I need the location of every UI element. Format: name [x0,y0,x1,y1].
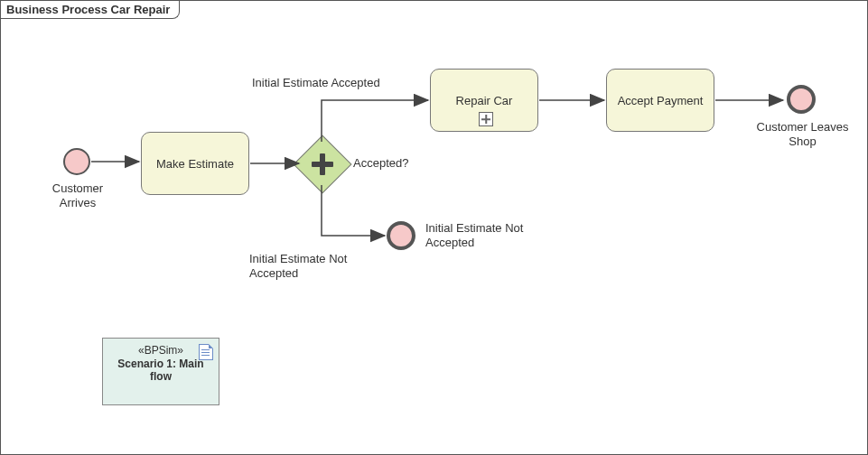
subprocess-marker-icon [479,112,493,126]
end-event-accepted-label: Customer Leaves Shop [755,120,850,150]
end-event-rejected-label: Initial Estimate Not Accepted [425,221,543,251]
task-label: Make Estimate [156,157,234,171]
gateway-label: Accepted? [353,156,425,171]
bpsim-note[interactable]: «BPSim» Scenario 1: Main flow [102,338,219,405]
note-title: Scenario 1: Main flow [110,358,211,383]
flow-label-rejected: Initial Estimate Not Accepted [249,252,367,282]
end-event-rejected[interactable] [387,221,415,250]
pool-title: Business Process Car Repair [1,1,180,19]
task-accept-payment[interactable]: Accept Payment [606,69,714,132]
note-icon [199,344,213,360]
gateway-accepted[interactable] [293,135,351,193]
diagram-canvas: Business Process Car Repair Customer Arr… [0,0,868,455]
task-repair-car[interactable]: Repair Car [430,69,538,132]
task-make-estimate[interactable]: Make Estimate [141,132,249,195]
start-event[interactable] [63,148,90,175]
flow-label-accepted: Initial Estimate Accepted [252,76,406,90]
task-label: Repair Car [456,94,513,107]
note-stereotype: «BPSim» [110,344,211,357]
end-event-accepted[interactable] [787,85,816,114]
start-event-label: Customer Arrives [46,181,109,211]
task-label: Accept Payment [618,94,704,107]
